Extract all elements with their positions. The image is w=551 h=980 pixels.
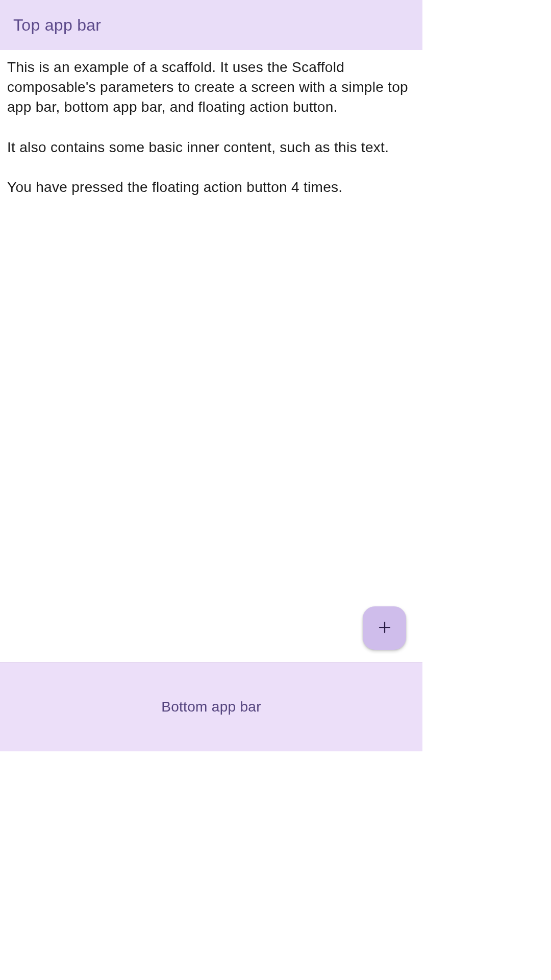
- top-app-bar: Top app bar: [0, 0, 422, 50]
- bottom-app-bar: Bottom app bar: [0, 662, 422, 751]
- content-text: This is an example of a scaffold. It use…: [7, 57, 415, 197]
- plus-icon: [377, 620, 392, 636]
- bottom-app-bar-label: Bottom app bar: [161, 699, 261, 715]
- floating-action-button[interactable]: [363, 606, 406, 650]
- main-content: This is an example of a scaffold. It use…: [0, 50, 422, 662]
- top-app-bar-title: Top app bar: [13, 16, 101, 35]
